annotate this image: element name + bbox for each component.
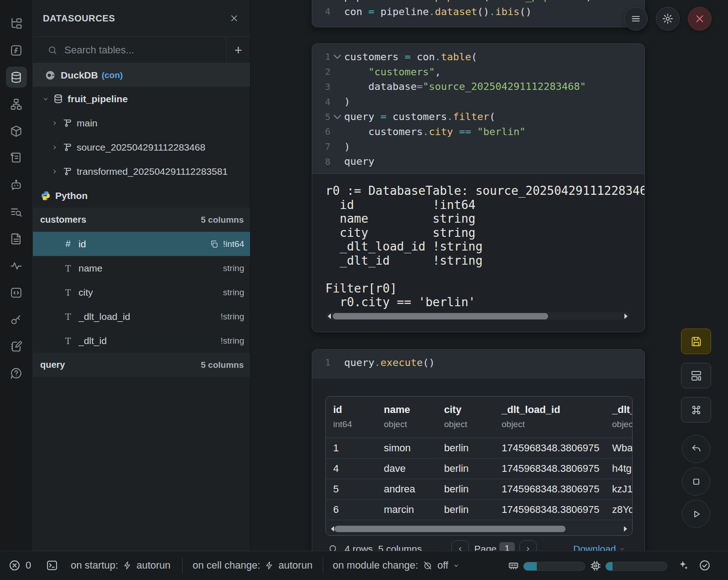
table-cell: z8Yo (612, 504, 633, 516)
scrollbar-thumb[interactable] (333, 313, 548, 319)
chevron-down-icon (42, 95, 49, 103)
activity-item-notebook-pen[interactable] (6, 336, 27, 357)
code-line: 3 database="source_202504291112283468" (312, 79, 644, 94)
command-palette-button[interactable] (681, 397, 711, 423)
scrollbar-thumb[interactable] (335, 526, 566, 532)
code-line: 6 customers.city == "berlin" (312, 124, 644, 139)
activity-item-scroll-text[interactable] (6, 147, 27, 168)
activity-item-function-square[interactable] (6, 40, 27, 61)
code-text: query (344, 156, 374, 167)
shutdown-button[interactable] (688, 7, 712, 31)
settings-button[interactable] (656, 7, 680, 31)
add-datasource-button[interactable]: + (226, 37, 250, 63)
layout-toggle-button[interactable] (681, 363, 711, 388)
ram-usage-fill (524, 562, 537, 570)
tree-item-transformed_202504291112283581[interactable]: transformed_202504291112283581 (33, 159, 250, 183)
connection-duckdb[interactable]: DuckDB (con) (33, 63, 250, 87)
ram-usage-meter (523, 562, 585, 571)
activity-item-help-circle[interactable] (6, 363, 27, 384)
code-line: 7) (312, 139, 644, 154)
activity-item-network[interactable] (6, 94, 27, 115)
stop-button[interactable] (682, 467, 710, 496)
fold-chevron-icon[interactable] (330, 110, 344, 124)
download-link[interactable]: Download (573, 543, 625, 551)
table-row[interactable]: 1simonberlin1745968348.3806975Wba (326, 438, 632, 459)
notebook-pen-icon (10, 340, 23, 353)
table-cell: berlin (444, 504, 469, 516)
tree-item-label: source_202504291112283468 (77, 142, 205, 153)
python-section-header[interactable]: Python (33, 183, 250, 208)
column-item-name[interactable]: Tnamestring (33, 256, 250, 280)
column-item-city[interactable]: Tcitystring (33, 280, 250, 304)
undo-icon (690, 443, 702, 455)
zap-icon (265, 561, 274, 570)
scroll-right-arrow-icon[interactable] (624, 314, 628, 319)
activity-item-bot[interactable] (6, 174, 27, 195)
activity-item-file-text[interactable] (6, 228, 27, 249)
table-row[interactable]: 5andreaberlin1745968348.3806975kzJ1 (326, 479, 632, 500)
scroll-right-arrow-icon[interactable] (624, 526, 627, 532)
scroll-left-arrow-icon[interactable] (328, 314, 331, 319)
page-number[interactable]: 1 (499, 542, 515, 551)
activity-item-key[interactable] (6, 309, 27, 330)
notebook-menu-button[interactable] (624, 7, 648, 31)
activity-item-box[interactable] (6, 120, 27, 141)
code-line: 8query (312, 154, 644, 169)
code-editor[interactable]: 3pipeline = dlt.pipeline("fruit_pipeline… (312, 0, 644, 24)
run-button[interactable] (682, 500, 710, 528)
column-name: name (79, 263, 103, 274)
on-module-change-setting[interactable]: on module change: off (333, 551, 460, 580)
table-row[interactable]: 6marcinberlin1745968348.3806975z8Yo (326, 500, 632, 520)
table-row[interactable]: 4daveberlin1745968348.3806975h4tg (326, 459, 632, 479)
table-cell: 1745968348.3806975 (502, 463, 599, 475)
activity-item-square-code[interactable] (6, 282, 27, 303)
error-indicator[interactable]: 0 (8, 551, 31, 580)
on-startup-setting[interactable]: on startup: autorun (71, 551, 171, 580)
chevron-right-icon (51, 144, 58, 151)
column-header-name[interactable]: name (384, 404, 410, 416)
tree-item-main[interactable]: main (33, 111, 250, 135)
activity-item-list-search[interactable] (6, 201, 27, 222)
column-item-_dlt_id[interactable]: T_dlt_id!string (33, 329, 250, 353)
help-circle-icon (10, 367, 23, 380)
table-item-query[interactable]: query 5 columns (33, 353, 250, 377)
next-page-button[interactable] (519, 540, 537, 551)
prev-page-button[interactable] (451, 540, 469, 551)
python-logo-icon (40, 190, 51, 201)
table-name: customers (40, 214, 86, 225)
fold-chevron-icon[interactable] (330, 50, 344, 63)
connection-status-button[interactable] (698, 551, 711, 580)
activity-item-file-tree[interactable] (6, 13, 27, 34)
save-button[interactable] (681, 329, 711, 354)
line-number: 4 (312, 96, 330, 107)
code-editor[interactable]: 1query.execute() (312, 350, 644, 375)
tree-item-source_202504291112283468[interactable]: source_202504291112283468 (33, 135, 250, 159)
code-cell-1: 3pipeline = dlt.pipeline("fruit_pipeline… (312, 0, 645, 27)
column-item-id[interactable]: #id!int64 (33, 232, 250, 256)
code-text: pipeline = dlt.pipeline("fruit_pipeline"… (344, 0, 592, 2)
code-cell-3: 1query.execute() idint64nameobjectcityob… (312, 349, 645, 551)
command-icon (690, 404, 702, 416)
terminal-button[interactable] (46, 551, 58, 580)
activity-item-database[interactable] (6, 67, 27, 88)
text-column-icon: T (63, 336, 73, 346)
horizontal-scrollbar[interactable] (329, 525, 629, 533)
panel-close-button[interactable] (229, 13, 239, 23)
search-icon[interactable] (328, 544, 338, 551)
ai-assistant-button[interactable] (677, 551, 689, 580)
column-header-id[interactable]: id (333, 404, 342, 416)
search-tables-input[interactable] (63, 44, 226, 57)
code-text: customers.city == "berlin" (344, 126, 525, 137)
horizontal-scrollbar[interactable] (326, 312, 629, 320)
column-header-city[interactable]: city (444, 404, 461, 416)
activity-item-activity[interactable] (6, 255, 27, 276)
scroll-left-arrow-icon[interactable] (331, 526, 334, 532)
tree-item-fruit_pipeline[interactable]: fruit_pipeline (33, 87, 250, 111)
on-cell-change-setting[interactable]: on cell change: autorun (193, 551, 313, 580)
column-header-_dlt_id[interactable]: _dlt_id (612, 404, 633, 416)
column-header-_dlt_load_id[interactable]: _dlt_load_id (502, 404, 560, 416)
undo-button[interactable] (682, 435, 710, 463)
column-item-_dlt_load_id[interactable]: T_dlt_load_id!string (33, 304, 250, 329)
code-editor[interactable]: 1customers = con.table(2 "customers",3 d… (312, 44, 644, 173)
table-item-customers[interactable]: customers 5 columns (33, 208, 250, 232)
